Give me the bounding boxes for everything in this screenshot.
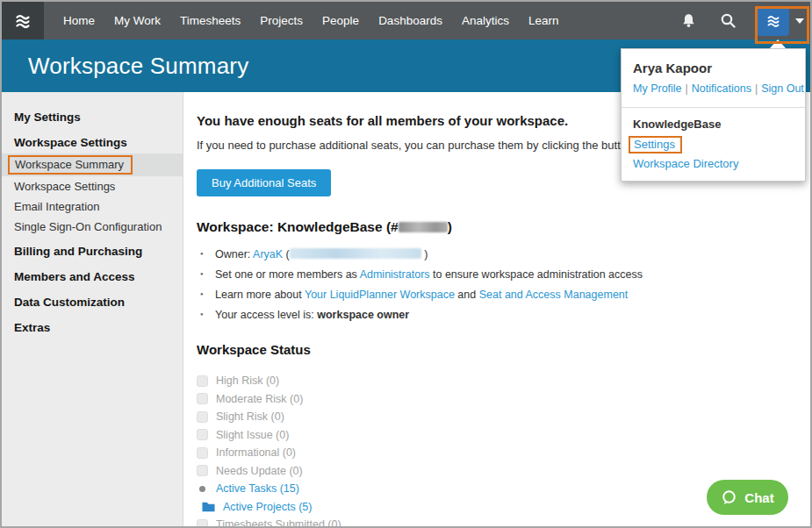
status-row-moderate-risk-0: Moderate Risk (0)	[197, 390, 793, 409]
sidebar-header-data-customization[interactable]: Data Customization	[2, 288, 183, 313]
sidebar-item-workspace-summary[interactable]: Workspace Summary	[2, 153, 183, 176]
user-avatar[interactable]	[757, 6, 789, 36]
workspace-heading-suffix: )	[448, 219, 452, 234]
status-label: Active Projects (5)	[223, 501, 312, 513]
nav-item-projects[interactable]: Projects	[260, 14, 303, 27]
workspace-status-list: High Risk (0)Moderate Risk (0)Slight Ris…	[197, 372, 793, 528]
app-window: HomeMy WorkTimesheetsProjectsPeopleDashb…	[0, 0, 812, 528]
status-row-active-tasks-15[interactable]: Active Tasks (15)	[197, 480, 793, 498]
nav-item-learn[interactable]: Learn	[528, 14, 559, 27]
link-administrators[interactable]: Administrators	[360, 268, 430, 281]
workspace-heading-prefix: Workspace: KnowledgeBase (#	[197, 219, 399, 234]
sidebar-header-workspace-settings[interactable]: Workspace Settings	[2, 128, 183, 153]
nav-item-home[interactable]: Home	[63, 14, 95, 27]
workspace-info-item-1: Owner: AryaK ( )	[197, 248, 793, 260]
text-segment: Your access level is:	[215, 309, 317, 321]
text-segment: )	[421, 248, 428, 260]
settings-link[interactable]: Settings	[629, 136, 682, 153]
workspace-status-heading: Workspace Status	[197, 342, 793, 357]
annotation-sidebar-selected: Workspace Summary	[8, 155, 133, 175]
chat-button-label: Chat	[744, 490, 773, 505]
nav-items: HomeMy WorkTimesheetsProjectsPeopleDashb…	[63, 14, 558, 27]
status-checkbox-icon	[197, 393, 208, 404]
status-row-needs-update-0: Needs Update (0)	[197, 462, 793, 481]
user-menu-caret-icon[interactable]	[795, 18, 804, 24]
link-your-liquidplanner-workspace[interactable]: Your LiquidPlanner Workspace	[305, 289, 455, 301]
text-segment: and	[455, 289, 479, 301]
chat-button[interactable]: Chat	[707, 480, 788, 515]
notifications-bell-icon[interactable]	[680, 13, 697, 28]
dropdown-pointer-icon	[770, 39, 786, 48]
status-label: Timesheets Submitted (0)	[216, 518, 341, 528]
settings-sidebar: My SettingsWorkspace SettingsWorkspace S…	[2, 92, 183, 526]
user-name: Arya Kapoor	[633, 61, 794, 75]
sidebar-item-single-sign-on-configuration[interactable]: Single Sign-On Configuration	[2, 217, 183, 237]
workspace-info-item-4: Your access level is: workspace owner	[197, 309, 793, 321]
search-icon[interactable]	[720, 12, 737, 29]
my-profile-link[interactable]: My Profile	[633, 82, 682, 95]
link-seat-and-access-management[interactable]: Seat and Access Management	[479, 289, 629, 301]
sidebar-header-billing-and-purchasing[interactable]: Billing and Purchasing	[2, 237, 183, 262]
status-label: Slight Issue (0)	[216, 429, 289, 441]
link-separator: |	[755, 82, 758, 95]
nav-right-group	[680, 2, 810, 39]
workspace-name: KnowledgeBase	[633, 118, 794, 131]
status-checkbox-icon	[197, 429, 208, 440]
workspace-info-item-3: Learn more about Your LiquidPlanner Work…	[197, 289, 793, 301]
sidebar-header-members-and-access[interactable]: Members and Access	[2, 262, 183, 288]
menu-divider	[622, 107, 805, 108]
workspace-heading: Workspace: KnowledgeBase (#)	[197, 219, 793, 235]
status-row-slight-risk-0: Slight Risk (0)	[197, 408, 793, 426]
status-row-active-projects-5[interactable]: Active Projects (5)	[199, 498, 793, 517]
text-segment: to ensure workspace administration acces…	[430, 268, 643, 281]
waves-icon	[11, 10, 34, 32]
text-segment: workspace owner	[317, 309, 409, 321]
sidebar-header-extras[interactable]: Extras	[2, 313, 183, 339]
nav-item-analytics[interactable]: Analytics	[462, 14, 509, 27]
status-row-informational-0: Informational (0)	[197, 444, 793, 462]
text-segment: Owner:	[215, 248, 253, 260]
folder-icon	[202, 501, 215, 512]
text-segment: (	[283, 248, 290, 260]
sidebar-item-workspace-settings[interactable]: Workspace Settings	[2, 176, 183, 196]
nav-item-people[interactable]: People	[322, 14, 359, 27]
workspace-directory-link[interactable]: Workspace Directory	[633, 157, 794, 170]
task-dot-icon	[197, 483, 208, 495]
status-checkbox-icon	[197, 411, 208, 423]
status-label: Active Tasks (15)	[216, 482, 299, 495]
page-title: Workspace Summary	[28, 53, 248, 80]
status-row-high-risk-0: High Risk (0)	[197, 372, 793, 390]
user-menu-trigger[interactable]	[757, 6, 804, 36]
text-segment: Learn more about	[215, 289, 305, 301]
user-dropdown-menu: Arya Kapoor My Profile|Notifications|Sig…	[621, 48, 806, 182]
liquidplanner-logo[interactable]	[2, 2, 44, 39]
status-checkbox-icon	[197, 375, 208, 387]
status-checkbox-icon	[197, 519, 208, 528]
chat-bubble-icon	[721, 489, 737, 506]
status-label: High Risk (0)	[216, 375, 279, 387]
workspace-info-item-2: Set one or more members as Administrator…	[197, 268, 793, 281]
status-checkbox-icon	[197, 465, 208, 476]
sign-out-link[interactable]: Sign Out	[761, 82, 804, 95]
status-label: Slight Risk (0)	[216, 410, 284, 423]
nav-item-my-work[interactable]: My Work	[114, 14, 161, 27]
workspace-info-list: Owner: AryaK ( )Set one or more members …	[197, 248, 793, 321]
buy-additional-seats-button[interactable]: Buy Additional Seats	[197, 169, 331, 196]
link-aryak[interactable]: AryaK	[253, 248, 283, 260]
status-row-timesheets-submitted-0: Timesheets Submitted (0)	[197, 516, 793, 528]
text-segment: Set one or more members as	[215, 268, 360, 281]
status-label: Moderate Risk (0)	[216, 393, 303, 405]
redacted-workspace-id	[399, 222, 448, 232]
top-nav-bar: HomeMy WorkTimesheetsProjectsPeopleDashb…	[2, 2, 810, 39]
link-separator: |	[686, 82, 688, 95]
status-checkbox-icon	[197, 447, 208, 459]
user-avatar-waves-icon	[764, 11, 783, 31]
status-label: Needs Update (0)	[216, 465, 303, 477]
status-row-slight-issue-0: Slight Issue (0)	[197, 426, 793, 445]
notifications-link[interactable]: Notifications	[692, 82, 751, 95]
sidebar-header-my-settings[interactable]: My Settings	[2, 103, 183, 128]
sidebar-item-email-integration[interactable]: Email Integration	[2, 196, 183, 217]
nav-item-dashboards[interactable]: Dashboards	[378, 14, 442, 27]
nav-item-timesheets[interactable]: Timesheets	[180, 14, 241, 27]
redacted-blue-value	[290, 248, 421, 259]
